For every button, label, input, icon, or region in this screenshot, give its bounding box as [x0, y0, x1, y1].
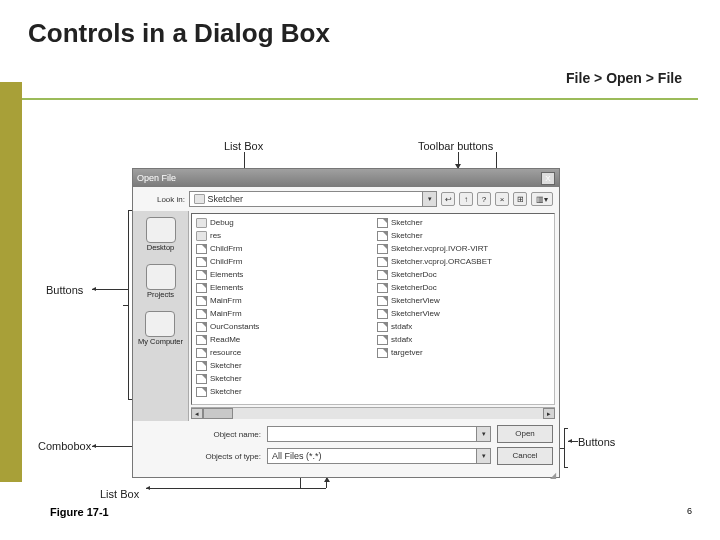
up-icon[interactable]: ↑ [459, 192, 473, 206]
file-icon [377, 322, 388, 332]
annot-buttons-right: Buttons [578, 436, 615, 448]
lookin-value: Sketcher [208, 194, 244, 204]
line-listbox-bottom [146, 488, 326, 489]
figure-caption: Figure 17-1 [50, 506, 109, 518]
list-item[interactable]: ChildFrm [196, 242, 369, 255]
file-icon [377, 296, 388, 306]
file-icon [196, 374, 207, 384]
file-icon [377, 231, 388, 241]
place-my-computer[interactable]: My Computer [138, 305, 183, 352]
annot-listbox-bottom: List Box [100, 488, 139, 500]
arrow-toolbar-a [458, 152, 459, 168]
views-icon[interactable]: ▥▾ [531, 192, 553, 206]
object-name-field[interactable]: ▾ [267, 426, 491, 442]
objects-of-type-dropdown[interactable]: All Files (*.*) ▾ [267, 448, 491, 464]
list-item[interactable]: resource [196, 346, 369, 359]
my-computer-icon [145, 311, 175, 337]
scroll-thumb[interactable] [203, 408, 233, 419]
list-item[interactable]: Sketcher [196, 385, 369, 398]
scroll-right-icon[interactable]: ▸ [543, 408, 555, 419]
file-icon [196, 309, 207, 319]
list-item[interactable]: Elements [196, 281, 369, 294]
delete-icon[interactable]: × [495, 192, 509, 206]
list-item[interactable]: stdafx [377, 320, 550, 333]
new-folder-icon[interactable]: ⊞ [513, 192, 527, 206]
list-item[interactable]: SketcherDoc [377, 268, 550, 281]
file-icon [377, 270, 388, 280]
file-icon [196, 335, 207, 345]
title-underline [22, 98, 698, 100]
list-item[interactable]: MainFrm [196, 307, 369, 320]
file-icon [377, 218, 388, 228]
place-projects[interactable]: Projects [146, 258, 176, 305]
file-icon [196, 322, 207, 332]
open-file-dialog: Open File X Look in: Sketcher ▾ ↩ ↑ ? × … [132, 168, 560, 478]
back-icon[interactable]: ↩ [441, 192, 455, 206]
list-item[interactable]: SketcherView [377, 294, 550, 307]
list-item[interactable]: stdafx [377, 333, 550, 346]
list-item[interactable]: Elements [196, 268, 369, 281]
annot-buttons-left: Buttons [46, 284, 83, 296]
list-item[interactable]: Sketcher [377, 216, 550, 229]
file-icon [377, 348, 388, 358]
brace-buttons-right [564, 428, 568, 468]
list-item[interactable]: Sketcher [196, 372, 369, 385]
projects-icon [146, 264, 176, 290]
list-item[interactable]: OurConstants [196, 320, 369, 333]
page-number: 6 [687, 506, 692, 516]
file-icon [196, 361, 207, 371]
file-icon [196, 244, 207, 254]
slide-title: Controls in a Dialog Box [28, 18, 330, 49]
list-item[interactable]: Debug [196, 216, 369, 229]
file-icon [196, 257, 207, 267]
lookin-dropdown[interactable]: Sketcher ▾ [189, 191, 437, 207]
folder-icon [196, 218, 207, 228]
desktop-icon [146, 217, 176, 243]
list-item[interactable]: SketcherDoc [377, 281, 550, 294]
file-icon [196, 283, 207, 293]
line-buttons-left [92, 289, 128, 290]
annot-toolbar-buttons: Toolbar buttons [418, 140, 493, 152]
dialog-title-text: Open File [137, 173, 176, 183]
list-item[interactable]: Sketcher.vcproj.ORCASBET [377, 255, 550, 268]
file-icon [377, 335, 388, 345]
file-icon [377, 257, 388, 267]
list-item[interactable]: Sketcher [377, 229, 550, 242]
cancel-button[interactable]: Cancel [497, 447, 553, 465]
file-icon [196, 348, 207, 358]
list-item[interactable]: res [196, 229, 369, 242]
resize-grip[interactable]: ◢ [133, 471, 559, 481]
file-list[interactable]: DebugresChildFrmChildFrmElementsElements… [191, 213, 555, 405]
horizontal-scrollbar[interactable]: ◂ ▸ [191, 407, 555, 419]
open-button[interactable]: Open [497, 425, 553, 443]
list-item[interactable]: ReadMe [196, 333, 369, 346]
lookin-label: Look in: [139, 195, 185, 204]
slide-accent [0, 82, 22, 482]
file-icon [196, 296, 207, 306]
line-buttons-right [568, 441, 578, 442]
object-name-label: Object name: [197, 430, 261, 439]
annot-listbox-top: List Box [224, 140, 263, 152]
chevron-down-icon[interactable]: ▾ [422, 192, 436, 206]
list-item[interactable]: targetver [377, 346, 550, 359]
file-icon [196, 387, 207, 397]
list-item[interactable]: ChildFrm [196, 255, 369, 268]
list-item[interactable]: Sketcher [196, 359, 369, 372]
chevron-down-icon[interactable]: ▾ [476, 427, 490, 441]
list-item[interactable]: Sketcher.vcproj.IVOR-VIRT [377, 242, 550, 255]
folder-icon [196, 231, 207, 241]
list-item[interactable]: SketcherView [377, 307, 550, 320]
place-desktop[interactable]: Desktop [146, 211, 176, 258]
file-icon [377, 283, 388, 293]
file-icon [377, 244, 388, 254]
file-icon [377, 309, 388, 319]
chevron-down-icon[interactable]: ▾ [476, 449, 490, 463]
list-item[interactable]: MainFrm [196, 294, 369, 307]
scroll-left-icon[interactable]: ◂ [191, 408, 203, 419]
close-icon[interactable]: X [541, 172, 555, 185]
dialog-titlebar[interactable]: Open File X [133, 169, 559, 187]
file-icon [196, 270, 207, 280]
help-icon[interactable]: ? [477, 192, 491, 206]
objects-of-type-label: Objects of type: [197, 452, 261, 461]
breadcrumb: File > Open > File [566, 70, 682, 86]
